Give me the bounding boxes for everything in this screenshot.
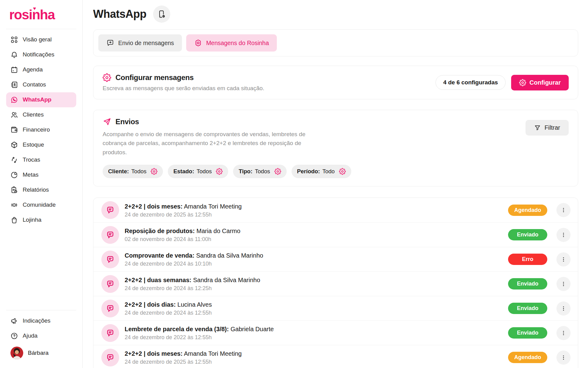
sidebar-item-label: Financeiro — [23, 126, 50, 133]
message-type: 2+2+2 | duas semanas: — [125, 277, 191, 283]
sidebar-item-label: Agenda — [23, 66, 43, 73]
configure-messages-info: Configurar mensagens Escreva as mensagen… — [103, 73, 264, 92]
filter-chip[interactable]: Estado: Todos — [168, 165, 228, 178]
sidebar-item-label: Visão geral — [23, 36, 52, 43]
message-date: 24 de dezembro de 2024 às 12:55h — [125, 310, 508, 316]
messages-list: 2+2+2 | dois meses: Amanda Tori Meeting … — [93, 197, 578, 368]
row-menu-button[interactable] — [556, 326, 571, 340]
filter-chip[interactable]: Período: Todo — [292, 165, 351, 178]
filter-button-label: Filtrar — [545, 124, 560, 131]
configure-button[interactable]: Configurar — [511, 75, 569, 90]
filter-chip-value: Todos — [131, 168, 146, 175]
message-date: 24 de dezembro de 2025 às 12:55h — [125, 359, 508, 365]
sidebar-item[interactable]: Metas — [6, 167, 76, 182]
status-badge: Agendado — [508, 352, 547, 363]
message-recipient: Amanda Tori Meeting — [184, 350, 242, 357]
message-type: Lembrete de parcela de venda (3/8): — [125, 326, 229, 332]
user-name: Bárbara — [28, 350, 49, 356]
dots-vertical-icon — [560, 305, 567, 312]
message-text: Reposição de produtos: Maria do Carmo 02… — [125, 227, 508, 243]
sidebar-item[interactable]: Ajuda — [6, 328, 76, 343]
tab[interactable]: Envio de mensagens — [98, 34, 182, 52]
sidebar-item-label: Trocas — [23, 156, 40, 163]
brand-logo-text: rosinha — [9, 7, 55, 22]
heart-icon: ♥ — [33, 6, 36, 11]
message-recipient: Amanda Tori Meeting — [184, 203, 242, 210]
help-icon — [10, 332, 18, 340]
sidebar-item-label: Comunidade — [23, 201, 56, 209]
row-menu-button[interactable] — [556, 203, 571, 217]
app-window: rosinha ♥ Visão geral Notificações Agend… — [0, 0, 588, 368]
sidebar-item[interactable]: WhatsApp — [6, 92, 76, 107]
wallet-icon — [10, 126, 18, 134]
filter-chip-value: Todos — [255, 168, 270, 175]
configure-button-label: Configurar — [530, 79, 561, 86]
row-menu-button[interactable] — [556, 351, 571, 365]
sidebar-item[interactable]: Clientes — [6, 107, 76, 122]
status-badge: Enviado — [508, 303, 547, 314]
avatar-photo — [10, 347, 23, 359]
status-badge: Enviado — [508, 278, 547, 289]
message-icon-circle — [101, 251, 119, 268]
sidebar-item[interactable]: Indicações — [6, 313, 76, 328]
row-menu-button[interactable] — [556, 228, 571, 242]
message-text: 2+2+2 | dois dias: Lucina Alves 24 de de… — [125, 301, 508, 316]
sidebar-item[interactable]: Agenda — [6, 62, 76, 77]
page-title: WhatsApp — [93, 8, 146, 21]
sidebar-item[interactable]: Notificações — [6, 47, 76, 62]
message-date: 02 de novembro de 2024 às 11:00h — [125, 236, 508, 243]
message-title: 2+2+2 | dois meses: Amanda Tori Meeting — [125, 350, 508, 358]
whatsapp-settings-button[interactable] — [153, 6, 170, 23]
tab[interactable]: Mensagens do Rosinha — [186, 34, 277, 52]
message-row: 2+2+2 | dois dias: Lucina Alves 24 de de… — [93, 296, 578, 320]
main-content: WhatsApp Envio de mensagens Mensagens do… — [83, 0, 588, 368]
message-text: 2+2+2 | dois meses: Amanda Tori Meeting … — [125, 202, 508, 218]
configured-count-badge: 4 de 6 configuradas — [435, 75, 505, 90]
dots-vertical-icon — [560, 207, 567, 213]
gear-icon — [274, 168, 281, 175]
filter-chip[interactable]: Tipo: Todos — [233, 165, 286, 178]
paper-plane-icon — [103, 117, 111, 126]
sidebar-item[interactable]: Visão geral — [6, 32, 76, 47]
message-icon — [106, 255, 115, 264]
sidebar-item[interactable]: Estoque — [6, 137, 76, 152]
message-title: Comprovante de venda: Sandra da Silva Ma… — [125, 251, 508, 259]
message-icon — [106, 230, 115, 240]
sidebar-footer-nav: Indicações Ajuda — [6, 313, 76, 343]
sidebar-item[interactable]: Trocas — [6, 152, 76, 167]
sidebar-item[interactable]: Comunidade — [6, 197, 76, 213]
message-text: Comprovante de venda: Sandra da Silva Ma… — [125, 251, 508, 267]
filter-chips: Cliente: Todos Estado: Todos Tipo: Todos — [103, 165, 569, 178]
row-menu-button[interactable] — [556, 252, 571, 266]
message-type: 2+2+2 | dois dias: — [125, 301, 176, 308]
status-badge: Erro — [508, 254, 547, 265]
sidebar-item[interactable]: Lojinha — [6, 213, 76, 228]
message-type: 2+2+2 | dois meses: — [125, 203, 183, 210]
sidebar-item-label: Relatórios — [23, 186, 49, 194]
filter-button[interactable]: Filtrar — [526, 120, 569, 136]
brand-logo[interactable]: rosinha ♥ — [6, 8, 76, 21]
envios-title-row: Envios — [103, 117, 323, 126]
envios-description: Acompanhe o envio de mensagens de compro… — [103, 130, 323, 157]
message-recipient: Sandra da Silva Marinho — [193, 277, 260, 283]
filter-chip[interactable]: Cliente: Todos — [103, 165, 163, 178]
megaphone-icon — [10, 317, 18, 325]
sidebar-divider-top — [6, 29, 76, 29]
message-row: Lembrete de parcela de venda (3/8): Gabr… — [93, 320, 578, 345]
sidebar-item-label: Clientes — [23, 111, 44, 118]
sidebar-item[interactable]: Financeiro — [6, 122, 76, 137]
calendar-icon — [10, 66, 18, 74]
message-icon-circle — [101, 300, 119, 317]
users-icon — [10, 111, 18, 119]
row-menu-button[interactable] — [556, 301, 571, 316]
configure-messages-title: Configurar mensagens — [115, 73, 194, 82]
sidebar-item[interactable]: Contatos — [6, 77, 76, 92]
sidebar-nav: Visão geral Notificações Agenda Contatos — [6, 32, 76, 228]
row-menu-button[interactable] — [556, 277, 571, 291]
filter-chip-label: Período: — [297, 168, 320, 175]
message-title: 2+2+2 | duas semanas: Sandra da Silva Ma… — [125, 276, 508, 284]
message-icon-circle — [101, 275, 119, 293]
sidebar-item[interactable]: Relatórios — [6, 182, 76, 197]
bag-icon — [10, 216, 18, 224]
sidebar-user[interactable]: Bárbara — [6, 343, 76, 362]
